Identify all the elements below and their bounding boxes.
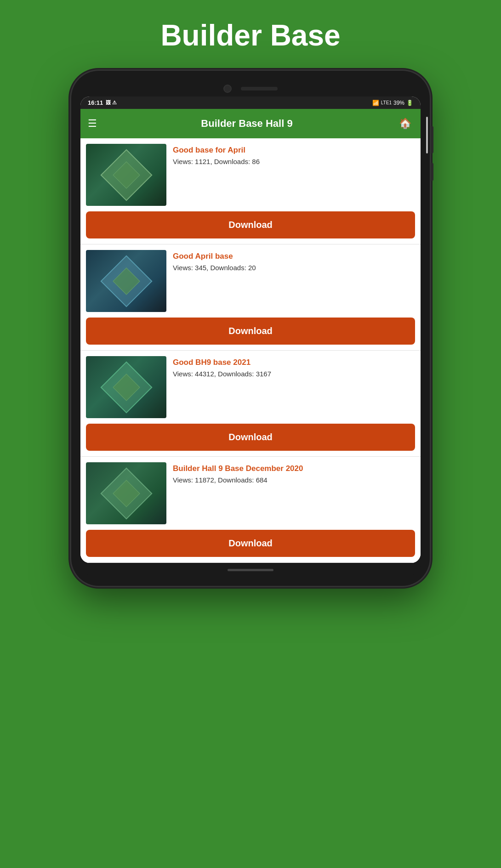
phone-top-hardware xyxy=(80,80,421,96)
battery-icon: 🔋 xyxy=(406,100,413,106)
base-card-3: Good BH9 base 2021 Views: 44312, Downloa… xyxy=(80,351,421,457)
page-title: Builder Base xyxy=(160,18,340,52)
base-diamond-4 xyxy=(100,467,152,519)
notification-icons: 🖼 ⚠ xyxy=(106,100,117,106)
base-card-2: Good April base Views: 345, Downloads: 2… xyxy=(80,244,421,351)
hamburger-menu-icon[interactable]: ☰ xyxy=(88,118,97,130)
download-button-2[interactable]: Download xyxy=(86,318,415,345)
scrollbar[interactable] xyxy=(426,117,428,153)
base-info-row-4: Builder Hall 9 Base December 2020 Views:… xyxy=(86,462,415,524)
base-text-col-1: Good base for April Views: 1121, Downloa… xyxy=(173,144,415,165)
base-stats-2: Views: 345, Downloads: 20 xyxy=(173,264,415,272)
base-card-4: Builder Hall 9 Base December 2020 Views:… xyxy=(80,457,421,563)
download-button-4[interactable]: Download xyxy=(86,530,415,557)
base-name-2: Good April base xyxy=(173,252,415,261)
base-diamond-2 xyxy=(100,255,152,307)
download-button-3[interactable]: Download xyxy=(86,424,415,451)
base-thumbnail-2[interactable] xyxy=(86,250,166,312)
battery-label: 39% xyxy=(393,100,404,106)
base-stats-3: Views: 44312, Downloads: 3167 xyxy=(173,370,415,378)
phone-frame: 16:11 🖼 ⚠ 📶 LTE1 39% 🔋 ☰ Builder Base Ha… xyxy=(71,71,430,586)
status-right: 📶 LTE1 39% 🔋 xyxy=(372,100,413,106)
base-diamond-3 xyxy=(100,361,152,413)
status-left: 16:11 🖼 ⚠ xyxy=(88,99,117,106)
base-info-row-3: Good BH9 base 2021 Views: 44312, Downloa… xyxy=(86,356,415,418)
base-image-2 xyxy=(86,250,166,312)
phone-screen: 16:11 🖼 ⚠ 📶 LTE1 39% 🔋 ☰ Builder Base Ha… xyxy=(80,96,421,563)
base-info-row-2: Good April base Views: 345, Downloads: 2… xyxy=(86,250,415,312)
wifi-icon: 📶 xyxy=(372,100,379,106)
base-info-row-1: Good base for April Views: 1121, Downloa… xyxy=(86,144,415,206)
base-name-1: Good base for April xyxy=(173,146,415,155)
base-name-3: Good BH9 base 2021 xyxy=(173,358,415,367)
base-diamond-1 xyxy=(100,149,152,201)
base-image-4 xyxy=(86,462,166,524)
base-image-1 xyxy=(86,144,166,206)
base-text-col-2: Good April base Views: 345, Downloads: 2… xyxy=(173,250,415,272)
base-thumbnail-1[interactable] xyxy=(86,144,166,206)
signal-label: LTE1 xyxy=(381,100,392,105)
base-stats-4: Views: 11872, Downloads: 684 xyxy=(173,476,415,484)
speaker xyxy=(241,87,278,91)
base-text-col-3: Good BH9 base 2021 Views: 44312, Downloa… xyxy=(173,356,415,378)
home-button[interactable]: 🏠 xyxy=(397,115,413,132)
base-text-col-4: Builder Hall 9 Base December 2020 Views:… xyxy=(173,462,415,484)
base-thumbnail-4[interactable] xyxy=(86,462,166,524)
camera xyxy=(223,85,232,93)
app-bar-title: Builder Base Hall 9 xyxy=(201,118,292,130)
base-thumbnail-3[interactable] xyxy=(86,356,166,418)
app-bar: ☰ Builder Base Hall 9 🏠 xyxy=(80,109,421,138)
time-display: 16:11 xyxy=(88,99,103,106)
base-card-1: Good base for April Views: 1121, Downloa… xyxy=(80,138,421,244)
base-stats-1: Views: 1121, Downloads: 86 xyxy=(173,158,415,165)
home-icon: 🏠 xyxy=(399,118,411,130)
home-indicator xyxy=(228,569,273,571)
phone-bottom-bar xyxy=(80,563,421,577)
content-area: Good base for April Views: 1121, Downloa… xyxy=(80,138,421,563)
download-button-1[interactable]: Download xyxy=(86,211,415,238)
base-image-3 xyxy=(86,356,166,418)
status-bar: 16:11 🖼 ⚠ 📶 LTE1 39% 🔋 xyxy=(80,96,421,109)
base-name-4: Builder Hall 9 Base December 2020 xyxy=(173,464,415,473)
